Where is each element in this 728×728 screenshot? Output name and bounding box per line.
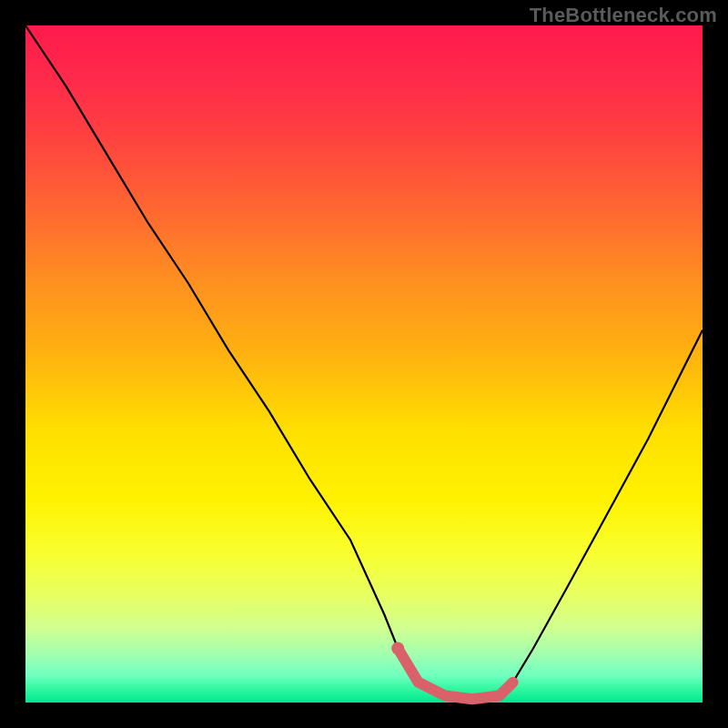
- chart-container: TheBottleneck.com: [0, 0, 728, 728]
- plot-area: [25, 25, 703, 703]
- optimal-point-marker: [391, 642, 404, 654]
- bottleneck-curve-line: [25, 25, 703, 699]
- watermark-text: TheBottleneck.com: [530, 4, 717, 27]
- chart-svg: [25, 25, 703, 703]
- optimal-range-line: [398, 648, 512, 699]
